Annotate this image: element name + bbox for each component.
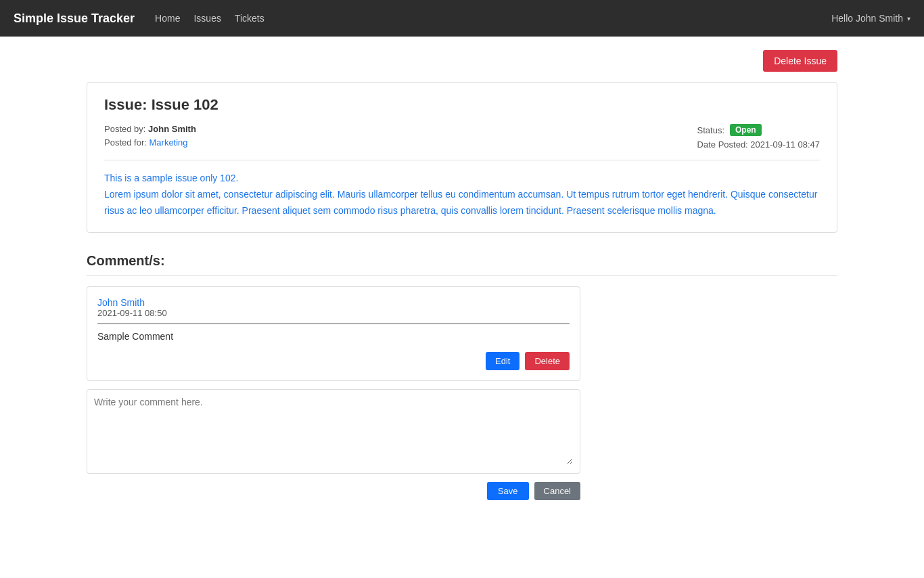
date-posted-row: Date Posted: 2021-09-11 08:47	[697, 139, 820, 150]
date-posted-label: Date Posted:	[697, 139, 748, 150]
comment-author: John Smith	[97, 297, 570, 308]
comments-heading: Comment/s:	[87, 253, 837, 269]
comment-text: Sample Comment	[97, 331, 570, 342]
issue-meta-right: Status: Open Date Posted: 2021-09-11 08:…	[697, 124, 820, 150]
issue-card: Issue: Issue 102 Posted by: John Smith P…	[87, 82, 837, 233]
delete-issue-button[interactable]: Delete Issue	[763, 50, 837, 72]
issue-divider	[104, 160, 820, 160]
comments-divider	[87, 275, 837, 276]
main-content: Delete Issue Issue: Issue 102 Posted by:…	[76, 37, 848, 514]
new-comment-input[interactable]	[94, 397, 573, 464]
posted-by-row: Posted by: John Smith	[104, 124, 196, 134]
navbar-brand: Simple Issue Tracker	[14, 12, 135, 26]
new-comment-block	[87, 389, 580, 474]
posted-for-row: Posted for: Marketing	[104, 137, 196, 148]
navbar-links: Home Issues Tickets	[155, 13, 831, 24]
cancel-comment-button[interactable]: Cancel	[534, 482, 580, 500]
comment-block: John Smith 2021-09-11 08:50 Sample Comme…	[87, 286, 580, 381]
posted-by-value: John Smith	[148, 124, 196, 134]
posted-by-label: Posted by:	[104, 124, 145, 134]
issue-title: Issue: Issue 102	[104, 96, 820, 114]
nav-home[interactable]: Home	[155, 13, 180, 24]
nav-tickets[interactable]: Tickets	[235, 13, 264, 24]
top-actions: Delete Issue	[87, 50, 837, 72]
dropdown-caret-icon: ▾	[907, 15, 910, 22]
comment-actions: Edit Delete	[97, 352, 570, 370]
posted-for-value: Marketing	[149, 137, 188, 148]
comment-date: 2021-09-11 08:50	[97, 308, 570, 324]
issue-meta: Posted by: John Smith Posted for: Market…	[104, 124, 820, 150]
save-comment-button[interactable]: Save	[487, 482, 529, 500]
status-row: Status: Open	[697, 124, 820, 136]
navbar-user[interactable]: Hello John Smith ▾	[831, 13, 910, 24]
new-comment-actions: Save Cancel	[87, 482, 580, 500]
nav-issues[interactable]: Issues	[193, 13, 221, 24]
posted-for-label: Posted for:	[104, 137, 147, 148]
issue-meta-left: Posted by: John Smith Posted for: Market…	[104, 124, 196, 150]
status-badge: Open	[730, 124, 762, 136]
status-label: Status:	[697, 125, 724, 135]
issue-body: This is a sample issue only 102.Lorem ip…	[104, 171, 820, 219]
date-posted-value: 2021-09-11 08:47	[750, 139, 820, 150]
edit-comment-button[interactable]: Edit	[486, 352, 519, 370]
delete-comment-button[interactable]: Delete	[525, 352, 570, 370]
navbar: Simple Issue Tracker Home Issues Tickets…	[0, 0, 924, 37]
navbar-user-name: Hello John Smith	[831, 13, 903, 24]
